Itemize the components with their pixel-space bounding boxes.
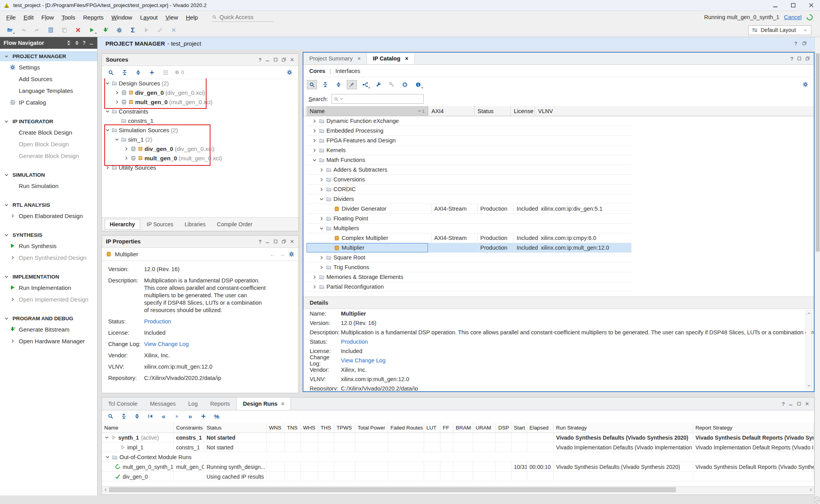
tree-row[interactable]: constrs_1 xyxy=(102,116,298,125)
flow-item-open-hardware-manager[interactable]: Open Hardware Manager xyxy=(0,335,97,347)
vertical-scrollbar[interactable] xyxy=(815,37,820,504)
float-icon[interactable] xyxy=(805,56,810,61)
save-journal-button[interactable] xyxy=(45,25,57,35)
tab-project-summary[interactable]: Project Summary× xyxy=(303,53,367,64)
details-scrollbar[interactable] xyxy=(806,310,812,389)
details-value[interactable]: View Change Log xyxy=(341,357,385,364)
view-interfaces[interactable]: Interfaces xyxy=(335,68,360,74)
menu-reports[interactable]: Reports xyxy=(79,12,108,23)
minimize-w-icon[interactable] xyxy=(89,41,94,45)
view-cores[interactable]: Cores xyxy=(309,68,325,74)
chevron-right-icon[interactable] xyxy=(312,119,317,124)
tab-tcl-console[interactable]: Tcl Console xyxy=(102,398,144,410)
flow-section-header[interactable]: PROGRAM AND DEBUG xyxy=(0,313,97,323)
menu-flow[interactable]: Flow xyxy=(37,12,58,23)
flow-item-settings[interactable]: Settings xyxy=(0,61,97,73)
catalog-row[interactable]: Square Root xyxy=(307,253,631,263)
chevron-right-icon[interactable] xyxy=(312,138,317,143)
chevron-down-icon[interactable] xyxy=(114,137,119,142)
catalog-row[interactable]: Partial Reconfiguration xyxy=(307,282,631,292)
settings-icon[interactable] xyxy=(289,251,294,257)
undo-button[interactable] xyxy=(18,25,29,35)
close-icon[interactable] xyxy=(290,239,294,244)
chevron-down-icon[interactable] xyxy=(105,454,110,460)
run-row[interactable]: impl_1constrs_1Not startedVivado Impleme… xyxy=(102,442,814,452)
quick-access-input[interactable] xyxy=(219,14,264,21)
details-value[interactable]: Production xyxy=(341,339,368,345)
window-maximize-button[interactable] xyxy=(784,0,802,11)
resize-grip[interactable] xyxy=(815,496,820,504)
chevron-right-icon[interactable] xyxy=(114,99,119,105)
run-row[interactable]: Out-of-Context Module Runs xyxy=(102,452,814,462)
scroll-right-arrow[interactable] xyxy=(807,486,814,493)
settings-button[interactable] xyxy=(113,25,125,35)
chevron-right-icon[interactable] xyxy=(312,128,317,133)
collapse-w-icon[interactable] xyxy=(66,41,71,45)
close-icon[interactable] xyxy=(290,57,294,62)
menu-view[interactable]: View xyxy=(162,12,182,23)
flow-item-generate-bitstream[interactable]: Generate Bitstream xyxy=(0,323,97,335)
tree-row[interactable]: mult_gen_0 (mult_gen_0.xci) xyxy=(102,97,298,106)
maximize-icon[interactable] xyxy=(797,56,802,61)
catalog-row[interactable]: Kernels xyxy=(307,146,631,155)
chevron-down-icon[interactable] xyxy=(105,128,110,133)
column-header-ths[interactable]: THS xyxy=(318,422,334,433)
chevron-right-icon[interactable] xyxy=(124,156,129,161)
layout-selector[interactable]: Default Layout xyxy=(748,25,811,35)
expand-w-icon[interactable] xyxy=(75,41,79,45)
chevron-down-icon[interactable] xyxy=(105,109,110,114)
chevron-right-icon[interactable] xyxy=(312,148,317,153)
tab-design-runs[interactable]: Design Runs× xyxy=(236,398,291,410)
column-header-constraints[interactable]: Constraints xyxy=(174,422,204,433)
question-icon[interactable]: ? xyxy=(790,56,793,61)
chevron-right-icon[interactable] xyxy=(319,216,324,221)
forward-arrow-icon[interactable]: → xyxy=(279,251,285,257)
tree-row[interactable]: div_gen_0 (div_gen_0.xci) xyxy=(102,88,298,97)
runs-plus-button[interactable] xyxy=(198,412,209,421)
tab-messages[interactable]: Messages xyxy=(144,398,182,410)
menu-layout[interactable]: Layout xyxy=(136,12,162,23)
catalog-row[interactable]: Adders & Subtracters xyxy=(307,165,631,175)
flow-item-create-block-design[interactable]: Create Block Design xyxy=(0,126,97,138)
catalog-row[interactable]: Conversions xyxy=(307,175,631,185)
tab-ip-catalog[interactable]: IP Catalog× xyxy=(367,53,415,64)
chevron-down-icon[interactable] xyxy=(105,81,110,86)
catalog-row[interactable]: Math Functions xyxy=(307,155,631,165)
question-icon[interactable]: ? xyxy=(782,401,785,406)
minimize-icon[interactable] xyxy=(788,401,793,406)
flow-section-header[interactable]: SYNTHESIS xyxy=(0,230,97,240)
chevron-down-icon[interactable] xyxy=(104,435,109,440)
catalog-row[interactable]: FPGA Features and Design xyxy=(307,136,631,146)
chevron-right-icon[interactable] xyxy=(319,265,324,270)
back-arrow-icon[interactable]: ← xyxy=(270,251,276,257)
chevron-down-s-icon[interactable] xyxy=(807,383,811,388)
column-header-lut[interactable]: LUT xyxy=(424,422,440,433)
column-header-license[interactable]: License xyxy=(510,106,535,116)
column-header-report-strategy[interactable]: Report Strategy xyxy=(693,422,814,433)
close-icon[interactable] xyxy=(805,401,809,406)
catalog-pin-button[interactable] xyxy=(347,80,357,89)
catalog-row[interactable]: MultiplierProductionIncludedxilinx.com:i… xyxy=(307,243,631,253)
column-header-uram[interactable]: URAM xyxy=(473,422,496,433)
chevron-right-icon[interactable] xyxy=(319,255,324,260)
column-header-status[interactable]: Status xyxy=(474,106,510,116)
report-sigma-button[interactable]: Σ xyxy=(127,25,139,35)
sources-collapse-button[interactable] xyxy=(119,68,130,77)
float-icon[interactable] xyxy=(802,41,807,46)
catalog-row[interactable]: Floating Point xyxy=(307,214,631,224)
float-icon[interactable] xyxy=(282,57,286,62)
column-header-name[interactable]: Name xyxy=(102,422,174,433)
sources-settings-button[interactable] xyxy=(284,68,294,77)
catalog-row[interactable]: Embedded Processing xyxy=(307,126,631,136)
minimize-icon[interactable] xyxy=(265,239,270,244)
catalog-wrench-button[interactable] xyxy=(373,80,383,89)
flow-section-header[interactable]: SIMULATION xyxy=(0,170,97,180)
tab-log[interactable]: Log xyxy=(182,398,204,410)
edit-disabled-button[interactable] xyxy=(154,25,166,35)
chevron-right-icon[interactable] xyxy=(319,187,324,192)
runs-search-button[interactable] xyxy=(105,412,116,421)
copy-button[interactable] xyxy=(59,25,70,35)
debug-disabled-button[interactable] xyxy=(168,25,180,35)
flow-section-header[interactable]: PROJECT MANAGER xyxy=(0,51,97,61)
catalog-chip-button[interactable] xyxy=(400,80,410,89)
